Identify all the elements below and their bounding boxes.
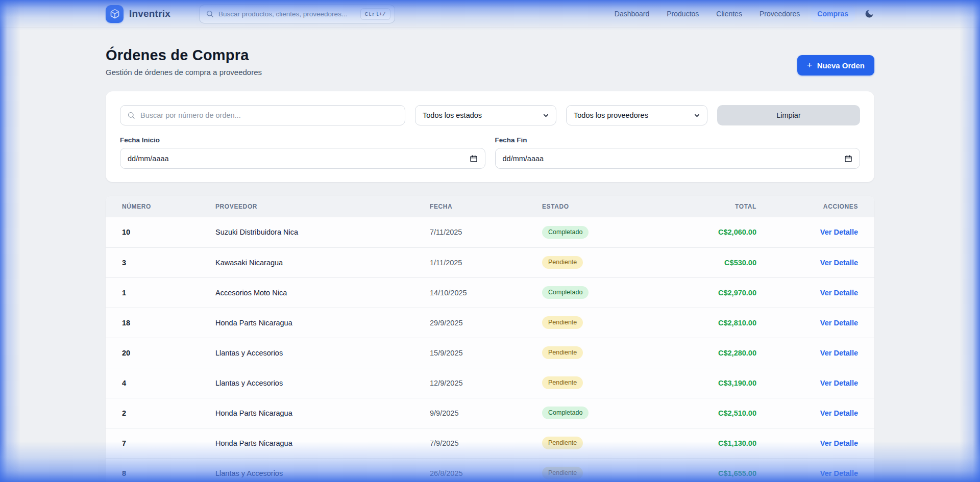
status-badge: Pendiente — [542, 316, 583, 329]
status-select[interactable]: Todos los estados — [415, 105, 556, 125]
order-number: 20 — [106, 338, 215, 368]
order-date: 15/9/2025 — [430, 338, 542, 368]
order-number: 1 — [106, 277, 215, 308]
table-row: 10 Suzuki Distribuidora Nica 7/11/2025 C… — [106, 217, 874, 247]
search-icon — [127, 111, 135, 119]
order-number: 7 — [106, 428, 215, 458]
nav-item-proveedores[interactable]: Proveedores — [753, 6, 806, 22]
orders-table: NúmeroProveedorFechaEstadoTotalAcciones … — [106, 196, 874, 482]
brand-logo-box-icon — [106, 5, 124, 23]
order-total: C$2,970.00 — [670, 277, 756, 308]
order-total: C$1,655.00 — [670, 458, 756, 482]
status-badge: Pendiente — [542, 437, 583, 449]
calendar-icon[interactable] — [844, 155, 852, 163]
order-supplier: Honda Parts Nicaragua — [215, 398, 430, 428]
global-search-input[interactable] — [218, 10, 356, 18]
order-supplier: Llantas y Accesorios — [215, 458, 430, 482]
order-search-input[interactable] — [140, 111, 398, 119]
column-header: Acciones — [756, 196, 874, 217]
search-icon — [206, 10, 214, 18]
order-supplier: Suzuki Distribuidora Nica — [215, 217, 430, 247]
table-row: 20 Llantas y Accesorios 15/9/2025 Pendie… — [106, 338, 874, 368]
order-number: 3 — [106, 247, 215, 277]
plus-icon: + — [807, 60, 813, 70]
status-badge: Pendiente — [542, 346, 583, 359]
view-detail-link[interactable]: Ver Detalle — [820, 319, 858, 327]
column-header: Total — [670, 196, 756, 217]
status-badge: Completado — [542, 286, 589, 299]
page-subtitle: Gestión de órdenes de compra a proveedor… — [106, 68, 262, 77]
column-header: Proveedor — [215, 196, 430, 217]
order-number: 18 — [106, 308, 215, 338]
column-header: Número — [106, 196, 215, 217]
order-date: 7/11/2025 — [430, 217, 542, 247]
view-detail-link[interactable]: Ver Detalle — [820, 439, 858, 447]
status-badge: Pendiente — [542, 256, 583, 269]
view-detail-link[interactable]: Ver Detalle — [820, 379, 858, 387]
table-row: 18 Honda Parts Nicaragua 29/9/2025 Pendi… — [106, 308, 874, 338]
status-badge: Pendiente — [542, 467, 583, 479]
status-badge: Pendiente — [542, 376, 583, 389]
status-badge: Completado — [542, 407, 589, 419]
nav-item-clientes[interactable]: Clientes — [709, 6, 749, 22]
nav-item-dashboard[interactable]: Dashboard — [608, 6, 656, 22]
order-date: 12/9/2025 — [430, 368, 542, 398]
order-date: 1/11/2025 — [430, 247, 542, 277]
calendar-icon[interactable] — [470, 155, 478, 163]
view-detail-link[interactable]: Ver Detalle — [820, 409, 858, 417]
order-date: 29/9/2025 — [430, 308, 542, 338]
dark-mode-toggle[interactable] — [864, 9, 874, 19]
date-start-label: Fecha Inicio — [120, 136, 485, 144]
order-number: 10 — [106, 217, 215, 247]
order-total: C$530.00 — [670, 247, 756, 277]
table-row: 3 Kawasaki Nicaragua 1/11/2025 Pendiente… — [106, 247, 874, 277]
order-supplier: Honda Parts Nicaragua — [215, 308, 430, 338]
new-order-button[interactable]: + Nueva Orden — [797, 55, 874, 75]
view-detail-link[interactable]: Ver Detalle — [820, 469, 858, 477]
order-number: 8 — [106, 458, 215, 482]
order-total: C$2,280.00 — [670, 338, 756, 368]
supplier-select[interactable]: Todos los proveedores — [566, 105, 707, 125]
order-total: C$2,510.00 — [670, 398, 756, 428]
order-supplier: Llantas y Accesorios — [215, 368, 430, 398]
order-total: C$2,810.00 — [670, 308, 756, 338]
column-header: Fecha — [430, 196, 542, 217]
order-supplier: Honda Parts Nicaragua — [215, 428, 430, 458]
view-detail-link[interactable]: Ver Detalle — [820, 259, 858, 267]
order-supplier: Kawasaki Nicaragua — [215, 247, 430, 277]
nav-item-productos[interactable]: Productos — [660, 6, 705, 22]
table-row: 4 Llantas y Accesorios 12/9/2025 Pendien… — [106, 368, 874, 398]
chevron-down-icon — [693, 112, 701, 119]
date-start-input[interactable]: dd/mm/aaaa — [120, 148, 485, 169]
table-row: 7 Honda Parts Nicaragua 7/9/2025 Pendien… — [106, 428, 874, 458]
view-detail-link[interactable]: Ver Detalle — [820, 228, 858, 236]
order-date: 9/9/2025 — [430, 398, 542, 428]
order-date: 14/10/2025 — [430, 277, 542, 308]
date-end-label: Fecha Fin — [495, 136, 861, 144]
view-detail-link[interactable]: Ver Detalle — [820, 289, 858, 297]
table-body: 10 Suzuki Distribuidora Nica 7/11/2025 C… — [106, 217, 874, 482]
clear-filters-button[interactable]: Limpiar — [717, 105, 860, 125]
order-search-field[interactable] — [120, 105, 405, 125]
order-number: 2 — [106, 398, 215, 428]
order-date: 7/9/2025 — [430, 428, 542, 458]
filters-card: Todos los estados Todos los proveedores … — [106, 91, 874, 182]
global-search[interactable]: Ctrl+/ — [199, 5, 395, 23]
moon-icon — [864, 9, 874, 19]
order-total: C$2,060.00 — [670, 217, 756, 247]
page-title: Órdenes de Compra — [106, 47, 262, 64]
table-row: 1 Accesorios Moto Nica 14/10/2025 Comple… — [106, 277, 874, 308]
status-badge: Completado — [542, 226, 589, 239]
brand: Inventrix — [106, 5, 170, 23]
order-date: 26/8/2025 — [430, 458, 542, 482]
table-header: NúmeroProveedorFechaEstadoTotalAcciones — [106, 196, 874, 217]
column-header: Estado — [542, 196, 670, 217]
order-supplier: Llantas y Accesorios — [215, 338, 430, 368]
date-end-input[interactable]: dd/mm/aaaa — [495, 148, 861, 169]
chevron-down-icon — [542, 112, 550, 119]
table-row: 8 Llantas y Accesorios 26/8/2025 Pendien… — [106, 458, 874, 482]
order-total: C$3,190.00 — [670, 368, 756, 398]
table-row: 2 Honda Parts Nicaragua 9/9/2025 Complet… — [106, 398, 874, 428]
nav-item-compras[interactable]: Compras — [811, 6, 855, 22]
view-detail-link[interactable]: Ver Detalle — [820, 349, 858, 357]
